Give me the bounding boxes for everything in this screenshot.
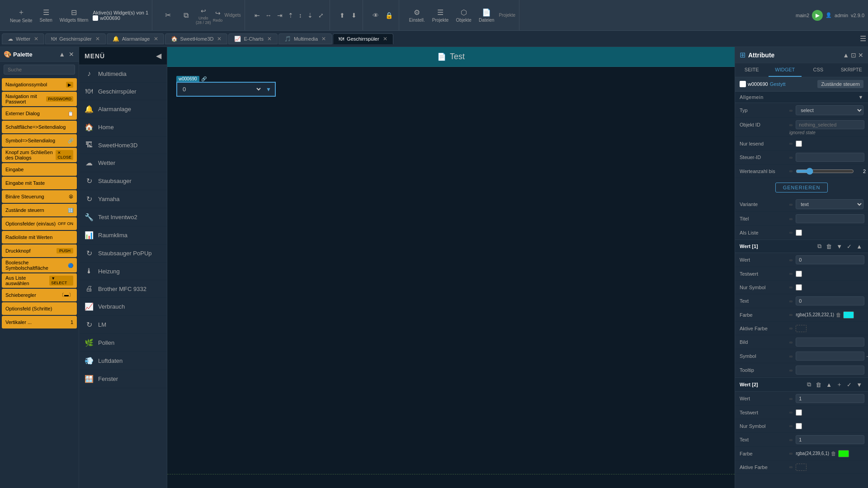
- menu-item-pollen[interactable]: 🌿 Pollen: [79, 334, 167, 352]
- objekte-button[interactable]: ⬡ Objekte: [453, 6, 474, 24]
- tab-more-button[interactable]: ☰: [860, 34, 866, 43]
- link-icon-wert1-aktive-farbe[interactable]: ∞: [789, 326, 793, 331]
- expand-button[interactable]: ⤢: [316, 10, 326, 20]
- link-icon-wert1-tooltip[interactable]: ∞: [789, 368, 793, 373]
- menu-item-staubsauger-popup[interactable]: ↻ Staubsauger PoPUp: [79, 244, 167, 263]
- link-icon-typ[interactable]: ∞: [789, 108, 793, 113]
- attr-input-wert2-text[interactable]: [796, 435, 864, 444]
- link-icon-wert2-farbe[interactable]: ∞: [789, 451, 793, 456]
- palette-item-navigation-passwort[interactable]: Navigation mit Passwort PASSWORD: [2, 92, 77, 106]
- tab-close-alarmanlage[interactable]: ✕: [154, 36, 158, 42]
- cut-button[interactable]: ✂: [160, 9, 176, 21]
- palette-search-input[interactable]: [4, 65, 75, 75]
- tab-multimedia[interactable]: 🎵 Multimedia ✕: [278, 33, 332, 44]
- attr-close-btn[interactable]: ✕: [858, 52, 863, 59]
- lock-btn[interactable]: 🔒: [383, 10, 395, 20]
- dateien-button[interactable]: 📄 Dateien: [476, 6, 497, 24]
- align-right-button[interactable]: ⇥: [275, 10, 285, 20]
- widget-select[interactable]: 0: [177, 83, 262, 96]
- attr-collapse-btn[interactable]: ▲: [843, 52, 849, 59]
- redo-button[interactable]: ↪: [213, 8, 223, 18]
- link-icon-wert2-aktive-farbe[interactable]: ∞: [789, 465, 793, 469]
- new-page-button[interactable]: ＋ Neue Seite: [7, 6, 35, 25]
- wert1-color-swatch[interactable]: [843, 311, 854, 319]
- link-icon-wert2-text[interactable]: ∞: [789, 437, 793, 442]
- palette-expand-btn[interactable]: ✕: [68, 50, 75, 59]
- tab-sweethome3d[interactable]: 🏠 SweetHome3D ✕: [165, 33, 228, 44]
- attr-tab-widget[interactable]: WIDGET: [769, 63, 802, 77]
- wert1-down-btn[interactable]: ▼: [835, 242, 844, 250]
- palette-item-externer-dialog[interactable]: Externer Dialog 📋: [2, 107, 77, 120]
- attr-slider-werteanzahl[interactable]: [796, 168, 854, 175]
- menu-item-staubsauger[interactable]: ↻ Staubsauger: [79, 172, 167, 190]
- link-icon-variante[interactable]: ∞: [789, 202, 793, 207]
- align-center-h-button[interactable]: ↔: [263, 10, 274, 20]
- menu-item-geschirrspueler[interactable]: 🍽 Geschirrspüler: [79, 83, 167, 100]
- menu-item-wetter[interactable]: ☁ Wetter: [79, 154, 167, 172]
- menu-item-alarmanlage[interactable]: 🔔 Alarmanlage: [79, 100, 167, 118]
- wert1-delete-btn[interactable]: 🗑: [825, 242, 833, 250]
- align-top-button[interactable]: ⇡: [286, 10, 296, 20]
- link-icon-steuer-id[interactable]: ∞: [789, 155, 793, 160]
- link-icon-wert2-testwert[interactable]: ∞: [789, 410, 793, 415]
- palette-item-schaltflaeche-seitendialog[interactable]: Schaltfläche=>Seitendialog: [2, 121, 77, 133]
- menu-item-heizung[interactable]: 🌡 Heizung: [79, 263, 167, 280]
- attr-input-wert1-bild[interactable]: [796, 338, 864, 347]
- link-icon-wert1-symbol[interactable]: ∞: [789, 354, 793, 359]
- attr-input-wert1-tooltip[interactable]: [796, 366, 864, 375]
- link-icon-wert2-nur-symbol[interactable]: ∞: [789, 423, 793, 428]
- wert1-up-btn[interactable]: ▲: [855, 242, 863, 250]
- tab-alarmanlage[interactable]: 🔔 Alarmanlage ✕: [107, 33, 164, 44]
- wert1-copy-btn[interactable]: ⧉: [816, 242, 823, 250]
- attr-checkbox-wert1-nur-symbol[interactable]: [796, 284, 802, 291]
- attr-tab-css[interactable]: CSS: [802, 63, 835, 77]
- palette-item-binaere-steuerung[interactable]: Binäre Steuerung ⦿: [2, 190, 77, 203]
- attr-input-objekt-id[interactable]: [796, 120, 864, 129]
- palette-item-navigationssymbol[interactable]: Navigationssymbol ▶: [2, 78, 77, 91]
- run-button[interactable]: ▶: [812, 10, 823, 21]
- wert2-color-swatch[interactable]: [838, 450, 849, 457]
- wert2-color-delete-btn[interactable]: 🗑: [831, 450, 836, 457]
- palette-collapse-btn[interactable]: ▲: [58, 50, 66, 59]
- menu-item-test-inventwo2[interactable]: 🔧 Test Inventwo2: [79, 208, 167, 226]
- menu-item-lm[interactable]: ↻ LM: [79, 316, 167, 334]
- link-icon-objekt-id[interactable]: ∞: [789, 122, 793, 127]
- attr-input-steuer-id[interactable]: [796, 153, 864, 162]
- attr-input-wert1-wert[interactable]: [796, 255, 864, 264]
- link-icon-wert1-bild[interactable]: ∞: [789, 340, 793, 345]
- dropdown-arrow-icon[interactable]: ▼: [262, 84, 275, 95]
- menu-item-multimedia[interactable]: ♪ Multimedia: [79, 65, 167, 83]
- wert2-up-btn[interactable]: ▲: [825, 380, 833, 389]
- attr-tab-seite[interactable]: SEITE: [735, 63, 769, 77]
- palette-item-vertikaler[interactable]: Vertikaler ... 1: [2, 316, 77, 328]
- import-button[interactable]: ⬇: [349, 10, 359, 20]
- attr-checkbox-wert2-testwert[interactable]: [796, 409, 802, 416]
- view-btn[interactable]: 👁: [370, 10, 381, 20]
- link-icon-als-liste[interactable]: ∞: [789, 230, 793, 235]
- menu-item-sweethome3d[interactable]: 🏗 SweetHome3D: [79, 136, 167, 154]
- tab-close-sweethome3d[interactable]: ✕: [217, 36, 222, 42]
- tab-close-multimedia[interactable]: ✕: [321, 36, 326, 42]
- menu-item-yamaha[interactable]: ↻ Yamaha: [79, 190, 167, 208]
- wert2-copy-btn[interactable]: ⧉: [806, 380, 812, 389]
- attr-input-wert1-text[interactable]: [796, 296, 864, 305]
- align-left-button[interactable]: ⇤: [252, 10, 262, 20]
- palette-item-optionsfeld-schritte[interactable]: Optionsfeld (Schritte): [2, 302, 77, 315]
- menu-collapse-button[interactable]: ◀: [156, 52, 161, 60]
- link-icon-wert2-wert[interactable]: ∞: [789, 396, 793, 401]
- projekte-button[interactable]: ☰ Projekte: [429, 6, 452, 24]
- link-icon-wert1-text[interactable]: ∞: [789, 299, 793, 304]
- seiten-button[interactable]: ☰ Seiten: [37, 6, 55, 24]
- widget-link-icon[interactable]: 🔗: [201, 76, 207, 81]
- menu-item-brother[interactable]: 🖨 Brother MFC 9332: [79, 280, 167, 298]
- widget-states-button[interactable]: Zustände steuern: [817, 80, 863, 88]
- export-button[interactable]: ⬆: [337, 10, 347, 20]
- wert1-aktive-color-swatch[interactable]: [796, 325, 807, 332]
- attr-checkbox-als-liste[interactable]: [796, 230, 802, 236]
- wert1-check-btn[interactable]: ✓: [845, 242, 853, 250]
- palette-item-symbol-seitendialog[interactable]: Symbol=>Seitendialog 🔗: [2, 134, 77, 147]
- attr-checkbox-wert2-nur-symbol[interactable]: [796, 423, 802, 429]
- menu-item-verbrauch[interactable]: 📈 Verbrauch: [79, 298, 167, 316]
- attr-input-wert2-wert[interactable]: [796, 394, 864, 403]
- tab-close-wetter[interactable]: ✕: [34, 36, 38, 42]
